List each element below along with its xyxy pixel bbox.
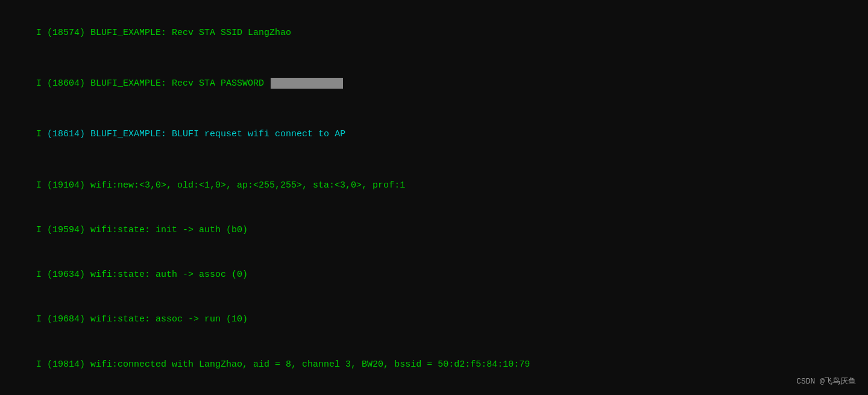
log-prefix: I <box>36 180 42 191</box>
log-line-6: I (19634) wifi:state: auth -> assoc (0) <box>14 253 854 297</box>
log-prefix: I <box>36 270 42 280</box>
log-prefix: I <box>36 129 42 139</box>
log-text: (19814) wifi:connected with LangZhao, ai… <box>42 359 530 370</box>
blank-line <box>14 107 854 113</box>
log-prefix: I <box>36 28 42 38</box>
log-text: (18614) BLUFI_EXAMPLE: BLUFI requset wif… <box>42 129 345 139</box>
log-prefix: I <box>36 225 42 235</box>
log-prefix: I <box>36 314 42 324</box>
log-prefix: I <box>36 359 42 370</box>
log-line-5: I (19594) wifi:state: init -> auth (b0) <box>14 208 854 253</box>
log-line-8: I (19814) wifi:connected with LangZhao, … <box>14 343 854 387</box>
log-text: (18604) BLUFI_EXAMPLE: Recv STA PASSWORD <box>42 78 269 89</box>
log-text: (19104) wifi:new:<3,0>, old:<1,0>, ap:<2… <box>42 180 405 191</box>
log-text: (18574) BLUFI_EXAMPLE: Recv STA SSID Lan… <box>42 28 291 38</box>
log-text: (19594) wifi:state: init -> auth (b0) <box>42 225 248 235</box>
password-redacted <box>271 78 343 89</box>
log-line-4: I (19104) wifi:new:<3,0>, old:<1,0>, ap:… <box>14 163 854 208</box>
log-line-3: I (18614) BLUFI_EXAMPLE: BLUFI requset w… <box>14 113 854 157</box>
log-text: (19684) wifi:state: assoc -> run (10) <box>42 314 248 324</box>
log-line-9: I (19824) wifi:security: WPA2-PSK, phy: … <box>14 387 854 395</box>
log-line-1: I (18574) BLUFI_EXAMPLE: Recv STA SSID L… <box>14 11 854 55</box>
log-line-7: I (19684) wifi:state: assoc -> run (10) <box>14 298 854 343</box>
watermark: CSDN @飞鸟厌鱼 <box>796 376 856 387</box>
blank-line <box>14 55 854 62</box>
log-line-2: I (18604) BLUFI_EXAMPLE: Recv STA PASSWO… <box>14 62 854 106</box>
log-text: (19634) wifi:state: auth -> assoc (0) <box>42 270 248 280</box>
blank-line <box>14 157 854 163</box>
terminal-window: I (18574) BLUFI_EXAMPLE: Recv STA SSID L… <box>0 0 868 395</box>
log-prefix: I <box>36 78 42 89</box>
